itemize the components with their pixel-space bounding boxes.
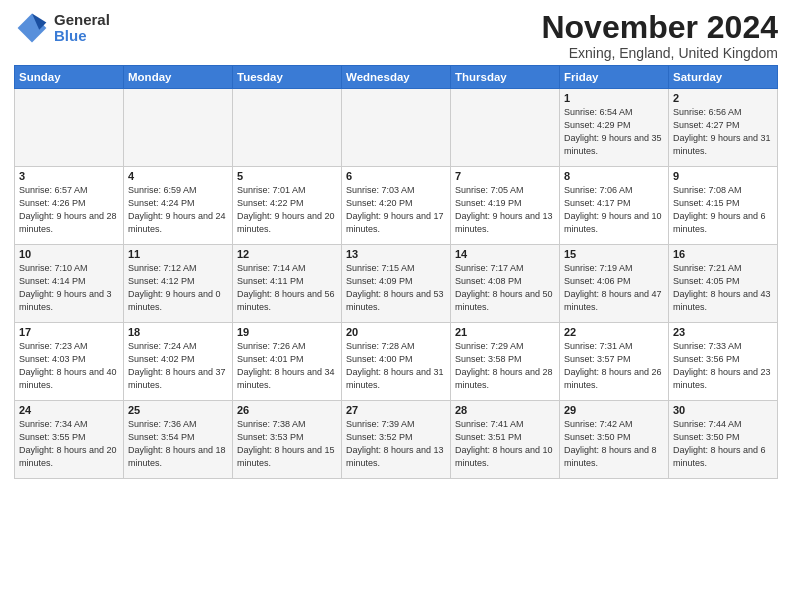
day-info: Sunrise: 7:05 AM Sunset: 4:19 PM Dayligh… xyxy=(455,184,555,236)
day-number: 19 xyxy=(237,326,337,338)
day-info: Sunrise: 7:33 AM Sunset: 3:56 PM Dayligh… xyxy=(673,340,773,392)
page-container: General Blue November 2024 Exning, Engla… xyxy=(0,0,792,612)
col-header-tuesday: Tuesday xyxy=(233,66,342,89)
col-header-friday: Friday xyxy=(560,66,669,89)
calendar-cell: 4Sunrise: 6:59 AM Sunset: 4:24 PM Daylig… xyxy=(124,167,233,245)
calendar-cell: 6Sunrise: 7:03 AM Sunset: 4:20 PM Daylig… xyxy=(342,167,451,245)
col-header-monday: Monday xyxy=(124,66,233,89)
day-info: Sunrise: 7:12 AM Sunset: 4:12 PM Dayligh… xyxy=(128,262,228,314)
day-info: Sunrise: 7:41 AM Sunset: 3:51 PM Dayligh… xyxy=(455,418,555,470)
day-number: 14 xyxy=(455,248,555,260)
calendar-cell: 19Sunrise: 7:26 AM Sunset: 4:01 PM Dayli… xyxy=(233,323,342,401)
title-block: November 2024 Exning, England, United Ki… xyxy=(541,10,778,61)
calendar-cell: 20Sunrise: 7:28 AM Sunset: 4:00 PM Dayli… xyxy=(342,323,451,401)
logo-general: General xyxy=(54,12,110,29)
calendar-cell: 18Sunrise: 7:24 AM Sunset: 4:02 PM Dayli… xyxy=(124,323,233,401)
day-info: Sunrise: 7:14 AM Sunset: 4:11 PM Dayligh… xyxy=(237,262,337,314)
calendar-cell: 30Sunrise: 7:44 AM Sunset: 3:50 PM Dayli… xyxy=(669,401,778,479)
logo-icon xyxy=(14,10,50,46)
day-number: 15 xyxy=(564,248,664,260)
day-number: 9 xyxy=(673,170,773,182)
logo-blue: Blue xyxy=(54,28,110,45)
calendar-cell: 11Sunrise: 7:12 AM Sunset: 4:12 PM Dayli… xyxy=(124,245,233,323)
calendar-cell: 24Sunrise: 7:34 AM Sunset: 3:55 PM Dayli… xyxy=(15,401,124,479)
day-info: Sunrise: 6:54 AM Sunset: 4:29 PM Dayligh… xyxy=(564,106,664,158)
day-number: 25 xyxy=(128,404,228,416)
week-row-2: 3Sunrise: 6:57 AM Sunset: 4:26 PM Daylig… xyxy=(15,167,778,245)
calendar-cell: 13Sunrise: 7:15 AM Sunset: 4:09 PM Dayli… xyxy=(342,245,451,323)
week-row-1: 1Sunrise: 6:54 AM Sunset: 4:29 PM Daylig… xyxy=(15,89,778,167)
calendar-table: SundayMondayTuesdayWednesdayThursdayFrid… xyxy=(14,65,778,479)
day-number: 12 xyxy=(237,248,337,260)
day-info: Sunrise: 7:08 AM Sunset: 4:15 PM Dayligh… xyxy=(673,184,773,236)
month-title: November 2024 xyxy=(541,10,778,45)
day-info: Sunrise: 7:34 AM Sunset: 3:55 PM Dayligh… xyxy=(19,418,119,470)
calendar-cell: 23Sunrise: 7:33 AM Sunset: 3:56 PM Dayli… xyxy=(669,323,778,401)
day-info: Sunrise: 7:28 AM Sunset: 4:00 PM Dayligh… xyxy=(346,340,446,392)
day-number: 8 xyxy=(564,170,664,182)
day-info: Sunrise: 7:15 AM Sunset: 4:09 PM Dayligh… xyxy=(346,262,446,314)
day-number: 29 xyxy=(564,404,664,416)
day-number: 23 xyxy=(673,326,773,338)
day-info: Sunrise: 6:59 AM Sunset: 4:24 PM Dayligh… xyxy=(128,184,228,236)
logo-text: General Blue xyxy=(54,12,110,45)
day-number: 24 xyxy=(19,404,119,416)
col-header-sunday: Sunday xyxy=(15,66,124,89)
day-number: 16 xyxy=(673,248,773,260)
day-number: 3 xyxy=(19,170,119,182)
day-info: Sunrise: 7:06 AM Sunset: 4:17 PM Dayligh… xyxy=(564,184,664,236)
day-info: Sunrise: 7:01 AM Sunset: 4:22 PM Dayligh… xyxy=(237,184,337,236)
calendar-cell: 9Sunrise: 7:08 AM Sunset: 4:15 PM Daylig… xyxy=(669,167,778,245)
col-header-saturday: Saturday xyxy=(669,66,778,89)
calendar-cell: 27Sunrise: 7:39 AM Sunset: 3:52 PM Dayli… xyxy=(342,401,451,479)
calendar-cell xyxy=(124,89,233,167)
day-number: 20 xyxy=(346,326,446,338)
day-info: Sunrise: 7:23 AM Sunset: 4:03 PM Dayligh… xyxy=(19,340,119,392)
calendar-cell: 15Sunrise: 7:19 AM Sunset: 4:06 PM Dayli… xyxy=(560,245,669,323)
day-number: 1 xyxy=(564,92,664,104)
calendar-cell: 26Sunrise: 7:38 AM Sunset: 3:53 PM Dayli… xyxy=(233,401,342,479)
logo: General Blue xyxy=(14,10,110,46)
day-info: Sunrise: 7:36 AM Sunset: 3:54 PM Dayligh… xyxy=(128,418,228,470)
week-row-5: 24Sunrise: 7:34 AM Sunset: 3:55 PM Dayli… xyxy=(15,401,778,479)
day-info: Sunrise: 7:03 AM Sunset: 4:20 PM Dayligh… xyxy=(346,184,446,236)
calendar-cell xyxy=(233,89,342,167)
day-info: Sunrise: 7:19 AM Sunset: 4:06 PM Dayligh… xyxy=(564,262,664,314)
calendar-cell: 14Sunrise: 7:17 AM Sunset: 4:08 PM Dayli… xyxy=(451,245,560,323)
week-row-3: 10Sunrise: 7:10 AM Sunset: 4:14 PM Dayli… xyxy=(15,245,778,323)
header-row: SundayMondayTuesdayWednesdayThursdayFrid… xyxy=(15,66,778,89)
day-info: Sunrise: 7:21 AM Sunset: 4:05 PM Dayligh… xyxy=(673,262,773,314)
calendar-cell: 22Sunrise: 7:31 AM Sunset: 3:57 PM Dayli… xyxy=(560,323,669,401)
calendar-cell: 16Sunrise: 7:21 AM Sunset: 4:05 PM Dayli… xyxy=(669,245,778,323)
week-row-4: 17Sunrise: 7:23 AM Sunset: 4:03 PM Dayli… xyxy=(15,323,778,401)
day-number: 26 xyxy=(237,404,337,416)
day-info: Sunrise: 7:31 AM Sunset: 3:57 PM Dayligh… xyxy=(564,340,664,392)
day-number: 10 xyxy=(19,248,119,260)
day-info: Sunrise: 7:29 AM Sunset: 3:58 PM Dayligh… xyxy=(455,340,555,392)
day-info: Sunrise: 7:38 AM Sunset: 3:53 PM Dayligh… xyxy=(237,418,337,470)
calendar-cell: 25Sunrise: 7:36 AM Sunset: 3:54 PM Dayli… xyxy=(124,401,233,479)
day-number: 30 xyxy=(673,404,773,416)
calendar-cell: 8Sunrise: 7:06 AM Sunset: 4:17 PM Daylig… xyxy=(560,167,669,245)
calendar-cell: 7Sunrise: 7:05 AM Sunset: 4:19 PM Daylig… xyxy=(451,167,560,245)
col-header-thursday: Thursday xyxy=(451,66,560,89)
subtitle: Exning, England, United Kingdom xyxy=(541,45,778,61)
day-number: 5 xyxy=(237,170,337,182)
day-info: Sunrise: 7:42 AM Sunset: 3:50 PM Dayligh… xyxy=(564,418,664,470)
calendar-cell: 3Sunrise: 6:57 AM Sunset: 4:26 PM Daylig… xyxy=(15,167,124,245)
calendar-cell: 28Sunrise: 7:41 AM Sunset: 3:51 PM Dayli… xyxy=(451,401,560,479)
day-number: 17 xyxy=(19,326,119,338)
day-number: 28 xyxy=(455,404,555,416)
calendar-cell: 10Sunrise: 7:10 AM Sunset: 4:14 PM Dayli… xyxy=(15,245,124,323)
day-number: 4 xyxy=(128,170,228,182)
calendar-cell xyxy=(15,89,124,167)
day-info: Sunrise: 7:24 AM Sunset: 4:02 PM Dayligh… xyxy=(128,340,228,392)
day-number: 27 xyxy=(346,404,446,416)
calendar-cell: 2Sunrise: 6:56 AM Sunset: 4:27 PM Daylig… xyxy=(669,89,778,167)
day-number: 11 xyxy=(128,248,228,260)
svg-marker-0 xyxy=(18,14,47,43)
day-info: Sunrise: 7:26 AM Sunset: 4:01 PM Dayligh… xyxy=(237,340,337,392)
day-number: 7 xyxy=(455,170,555,182)
day-number: 22 xyxy=(564,326,664,338)
day-info: Sunrise: 7:10 AM Sunset: 4:14 PM Dayligh… xyxy=(19,262,119,314)
